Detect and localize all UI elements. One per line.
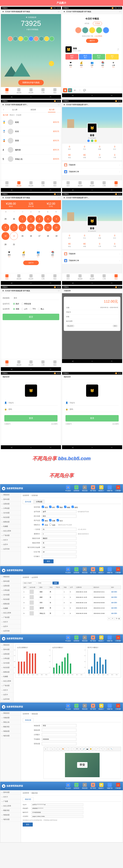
sidebar-item[interactable]: 支付设置 (0, 593, 21, 597)
avatar[interactable] (29, 36, 33, 41)
radio-option[interactable]: 下午 (30, 308, 36, 310)
nav-item[interactable]: 首页 (62, 273, 74, 281)
radio-option[interactable]: 晚上 (38, 308, 44, 310)
search-input[interactable] (23, 582, 37, 584)
login-input[interactable] (8, 402, 57, 404)
sidebar-item[interactable]: 分享设置 (0, 588, 21, 593)
cta-button[interactable]: 我要报名并参与挑战 (18, 80, 44, 85)
checkbox-option[interactable]: 生日 (57, 519, 63, 522)
nav-item[interactable]: 奖金榜 (86, 180, 98, 188)
editor-button[interactable]: ≡ (69, 747, 72, 750)
editor-button[interactable]: ✂ (103, 747, 106, 750)
avatar[interactable] (82, 27, 88, 33)
sidebar-item[interactable]: 分享设置 (0, 656, 13, 661)
nav-item[interactable]: 订阅 (98, 180, 110, 188)
rank-item[interactable]: 🥉香香签到2天 (1, 136, 61, 145)
admin-nav-item[interactable]: 👤用户管理 (90, 783, 96, 789)
admin-nav-item[interactable]: 💳订单/维护 (115, 704, 121, 710)
nav-item[interactable]: 奖金榜 (25, 273, 37, 281)
admin-nav-item[interactable]: 🏠平台首页 (65, 636, 71, 642)
editor-button[interactable]: <> (93, 747, 96, 750)
avatar[interactable] (44, 36, 49, 41)
cal-date[interactable]: 19 (52, 232, 60, 240)
stat-cell[interactable]: ¥0收益 (62, 152, 77, 160)
sidebar-item[interactable]: 自定义菜单 (0, 611, 21, 615)
admin-nav-item[interactable]: 🔧功能扩展 (107, 485, 113, 492)
page-button[interactable]: 下一页 (115, 617, 121, 620)
sidebar-item[interactable]: 运营设置 (0, 652, 13, 656)
nav-item[interactable]: 我的 (49, 273, 61, 281)
avatar[interactable] (13, 36, 18, 41)
forgot-link[interactable]: 忘记密码 (51, 423, 57, 425)
avatar[interactable] (96, 27, 102, 33)
stat-cell[interactable]: 0收藏 (92, 232, 107, 241)
page-button[interactable]: 2 (111, 617, 114, 620)
sidebar-item[interactable]: 会员等级 (0, 629, 21, 633)
back-icon[interactable]: ◁ (71, 94, 74, 96)
api-value[interactable]: OPENTM2******** (31, 807, 83, 810)
sidebar-item[interactable]: 会员卡 (0, 542, 21, 547)
admin-submit[interactable]: 提交 (43, 559, 53, 563)
rank-item[interactable]: 🥈肖肖签到2天 (1, 127, 61, 136)
radio-option[interactable]: 仰卧起坐 (21, 303, 31, 305)
sidebar-item[interactable]: 会员等级 (0, 697, 13, 702)
sidebar-item[interactable]: 广告设置 (0, 615, 21, 620)
sidebar-item[interactable]: 系统首页 (0, 711, 21, 716)
sidebar-item[interactable]: 轮播图 (0, 675, 13, 679)
nav-item[interactable]: 挑战榜 (13, 87, 25, 95)
admin-nav-item[interactable]: 💠应用管理 (74, 783, 79, 789)
tab-complete[interactable]: 已完成 (93, 22, 102, 25)
cal-date[interactable]: 6 (2, 224, 9, 231)
api-value[interactable]: pages/index/index (31, 815, 83, 818)
cal-date[interactable]: 3 (36, 215, 43, 223)
cal-date[interactable]: 7 (10, 224, 18, 231)
tab[interactable]: 毅力榜 (42, 107, 61, 112)
avatar[interactable] (49, 36, 54, 41)
home-icon[interactable]: ○ (90, 94, 94, 96)
profile-avatar[interactable]: 🐱 (87, 123, 97, 133)
row-actions[interactable]: 编辑 删除 (111, 611, 121, 616)
menu-icon[interactable]: ⋯ (58, 11, 59, 13)
admin-nav-item[interactable]: 👤用户管理 (90, 485, 96, 492)
sidebar-item[interactable]: 幻灯片 (0, 620, 21, 624)
text-input[interactable] (42, 738, 76, 741)
rank-item[interactable]: 🥇程程签到2天 (1, 118, 61, 127)
admin-nav-item[interactable]: 👤用户管理 (90, 567, 96, 574)
text-input[interactable] (42, 555, 76, 558)
text-input[interactable] (42, 532, 76, 535)
nav-item[interactable]: 首页 (1, 180, 13, 188)
stat-cell[interactable]: 0粉丝 (62, 144, 77, 152)
checkbox-option[interactable]: 首页 (42, 506, 48, 509)
editor-button[interactable]: ≣ (75, 747, 79, 750)
chip[interactable]: 线上支付 (66, 324, 75, 327)
checkbox-option[interactable]: 发现 (72, 506, 78, 509)
login-button[interactable]: 登录 (4, 415, 57, 422)
text-input[interactable] (42, 728, 76, 732)
action-icon[interactable]: ♡ (78, 88, 82, 92)
cal-date[interactable]: 29 (2, 215, 9, 223)
sidebar-item[interactable]: 基本设置 (0, 497, 21, 502)
nav-item[interactable]: 奖金榜 (25, 180, 37, 188)
action-icon[interactable]: 💬 (82, 88, 87, 92)
nav-item[interactable]: 奖金榜 (25, 359, 37, 367)
text-input[interactable] (42, 550, 76, 553)
editor-button[interactable]: ≡ (72, 747, 75, 750)
avatar[interactable] (103, 27, 109, 33)
search-button[interactable]: 搜索 (52, 582, 59, 585)
avatar[interactable] (75, 27, 81, 33)
login-input[interactable] (70, 402, 119, 404)
editor-button[interactable]: U (51, 747, 54, 750)
stat-cell[interactable]: 0关注 (77, 144, 92, 152)
sidebar-item[interactable]: 会员卡 (0, 692, 13, 697)
nav-item[interactable]: 我的 (110, 273, 122, 281)
recent-icon[interactable]: □ (110, 94, 114, 96)
cal-date[interactable]: 2 (27, 215, 35, 223)
nav-item[interactable]: 首页 (62, 180, 74, 188)
sidebar-item[interactable]: 海报设置 (0, 813, 21, 817)
avatar[interactable] (34, 36, 39, 41)
calendar-cta[interactable]: 去打卡 (23, 260, 39, 265)
nav-item[interactable]: 挑战榜 (13, 180, 25, 188)
hero-arrow-icon[interactable]: ◀ (26, 16, 27, 18)
profile-avatar[interactable]: 🐱 (87, 216, 97, 226)
admin-nav-item[interactable]: 📊数据统计 (98, 783, 104, 789)
